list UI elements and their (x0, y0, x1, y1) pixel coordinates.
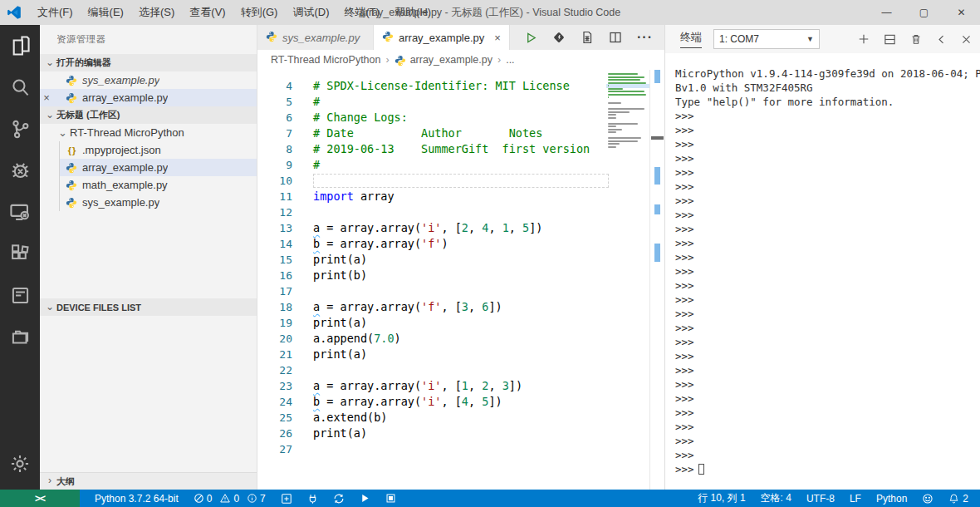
close-icon[interactable]: × (494, 32, 501, 44)
close-icon[interactable]: × (40, 91, 53, 104)
minimap[interactable] (608, 73, 648, 152)
tab-bar: sys_example.pyarray_example.py× ··· (257, 25, 664, 50)
eol-sequence[interactable]: LF (850, 493, 861, 505)
settings-gear-icon[interactable] (0, 443, 40, 485)
tree-file-item[interactable]: math_example.py (60, 176, 257, 194)
activity-bar (0, 25, 40, 490)
chevron-left-icon[interactable] (936, 34, 947, 45)
download-icon[interactable] (552, 31, 566, 44)
code-editor[interactable]: 4# SPDX-License-Identifier: MIT License5… (257, 70, 664, 490)
tree-file-item[interactable]: { }.mpyproject.json (60, 141, 257, 159)
device-files-header[interactable]: ⌄DEVICE FILES LIST (40, 298, 257, 316)
code-line-15[interactable]: 15print(a) (257, 252, 664, 268)
close-icon[interactable]: ✕ (943, 0, 980, 25)
python-icon (65, 196, 78, 209)
code-line-24[interactable]: 24b = array.array('i', [4, 5]) (257, 394, 664, 410)
explorer-icon[interactable] (0, 25, 40, 66)
code-line-19[interactable]: 19print(a) (257, 315, 664, 331)
notifications-bell[interactable]: 2 (948, 493, 968, 505)
device-manager-icon[interactable] (0, 191, 40, 233)
menu-item-7[interactable]: 帮助(H) (387, 0, 439, 25)
terminal-cursor (698, 464, 704, 475)
code-line-20[interactable]: 20a.append(7.0) (257, 331, 664, 347)
workspace-header[interactable]: ⌄无标题 (工作区) (40, 106, 257, 124)
kill-terminal-icon[interactable] (910, 33, 922, 45)
terminal-prompt-line: >>> (675, 236, 980, 250)
code-line-18[interactable]: 18a = array.array('f', [3, 6]) (257, 299, 664, 315)
terminal-selector[interactable]: 1: COM7 ▼ (713, 29, 820, 49)
extensions-icon[interactable] (0, 233, 40, 274)
connect-device-icon[interactable] (307, 493, 318, 505)
open-editor-item[interactable]: sys_example.py (40, 71, 257, 89)
overview-ruler[interactable] (649, 70, 664, 490)
sync-files-icon[interactable] (333, 493, 345, 505)
code-line-21[interactable]: 21print(a) (257, 347, 664, 362)
code-line-14[interactable]: 14b = array.array('f') (257, 236, 664, 252)
menu-item-2[interactable]: 选择(S) (131, 0, 182, 25)
code-line-9[interactable]: 9# (257, 157, 664, 173)
more-actions-icon[interactable]: ··· (637, 30, 653, 45)
remote-indicator[interactable]: >< (0, 490, 80, 507)
breadcrumb-file[interactable]: array_example.py (410, 54, 492, 66)
open-editor-item[interactable]: ×array_example.py (40, 89, 257, 106)
menu-item-0[interactable]: 文件(F) (30, 0, 81, 25)
cursor-position[interactable]: 行 10, 列 1 (698, 491, 745, 505)
menu-item-6[interactable]: 终端(T) (336, 0, 387, 25)
menu-item-5[interactable]: 调试(D) (285, 0, 336, 25)
code-line-6[interactable]: 6# Change Logs: (257, 110, 664, 126)
tree-file-item[interactable]: array_example.py (60, 159, 257, 176)
code-line-27[interactable]: 27 (257, 441, 664, 457)
search-icon[interactable] (0, 66, 40, 108)
code-line-25[interactable]: 25a.extend(b) (257, 410, 664, 426)
editor-tab[interactable]: array_example.py× (374, 25, 510, 50)
folder-row[interactable]: ⌄RT-Thread MicroPython (40, 124, 257, 141)
tree-file-item[interactable]: sys_example.py (60, 194, 257, 211)
minimize-icon[interactable]: — (868, 0, 905, 25)
code-line-26[interactable]: 26print(a) (257, 426, 664, 441)
breadcrumb-folder[interactable]: RT-Thread MicroPython (271, 54, 380, 66)
terminal-output[interactable]: MicroPython v1.9.4-114-g309fe39d on 2018… (665, 53, 980, 490)
menu-item-3[interactable]: 查看(V) (182, 0, 233, 25)
editor-tab[interactable]: sys_example.py (257, 25, 374, 50)
report-icon[interactable] (0, 274, 40, 316)
code-line-7[interactable]: 7# Date Author Notes (257, 126, 664, 141)
code-line-13[interactable]: 13a = array.array('i', [2, 4, 1, 5]) (257, 220, 664, 236)
close-panel-icon[interactable] (961, 34, 972, 45)
breadcrumb-symbol[interactable]: ... (506, 54, 514, 66)
split-editor-icon[interactable] (609, 31, 622, 44)
indentation[interactable]: 空格: 4 (761, 491, 791, 505)
language-mode[interactable]: Python (876, 493, 907, 505)
code-line-12[interactable]: 12 (257, 204, 664, 220)
open-editors-header[interactable]: ⌄打开的编辑器 (40, 54, 257, 71)
menu-item-1[interactable]: 编辑(E) (81, 0, 131, 25)
terminal-banner-line: Bv1.0 with STM32F405RG (675, 81, 980, 95)
code-line-10[interactable]: 10 (257, 173, 664, 189)
breadcrumb[interactable]: RT-Thread MicroPython › array_example.py… (257, 50, 664, 70)
add-device-icon[interactable] (281, 493, 292, 505)
code-line-4[interactable]: 4# SPDX-License-Identifier: MIT License (257, 78, 664, 94)
code-line-16[interactable]: 16print(b) (257, 268, 664, 283)
hex-view-icon[interactable] (581, 31, 594, 44)
code-line-17[interactable]: 17 (257, 283, 664, 299)
run-file-icon[interactable] (360, 493, 370, 504)
code-line-5[interactable]: 5# (257, 94, 664, 110)
stop-icon[interactable] (385, 493, 396, 504)
code-line-22[interactable]: 22 (257, 362, 664, 378)
code-line-8[interactable]: 8# 2019-06-13 SummerGift first version (257, 141, 664, 157)
problems-indicator[interactable]: 0 0 7 (194, 493, 266, 505)
python-interpreter[interactable]: Python 3.7.2 64-bit (95, 493, 179, 505)
code-line-23[interactable]: 23a = array.array('i', [1, 2, 3]) (257, 378, 664, 394)
feedback-smiley-icon[interactable] (922, 493, 933, 505)
run-icon[interactable] (525, 32, 537, 44)
new-terminal-icon[interactable] (858, 33, 870, 45)
code-line-11[interactable]: 11import array (257, 189, 664, 204)
outline-header[interactable]: ›大纲 (40, 472, 257, 490)
menu-item-4[interactable]: 转到(G) (233, 0, 286, 25)
terminal-tab[interactable]: 终端 (680, 30, 702, 48)
encoding[interactable]: UTF-8 (806, 493, 835, 505)
maximize-icon[interactable]: ▢ (905, 0, 943, 25)
debug-icon[interactable] (0, 150, 40, 191)
folder-icon[interactable] (0, 316, 40, 357)
split-terminal-icon[interactable] (884, 33, 896, 46)
source-control-icon[interactable] (0, 108, 40, 150)
